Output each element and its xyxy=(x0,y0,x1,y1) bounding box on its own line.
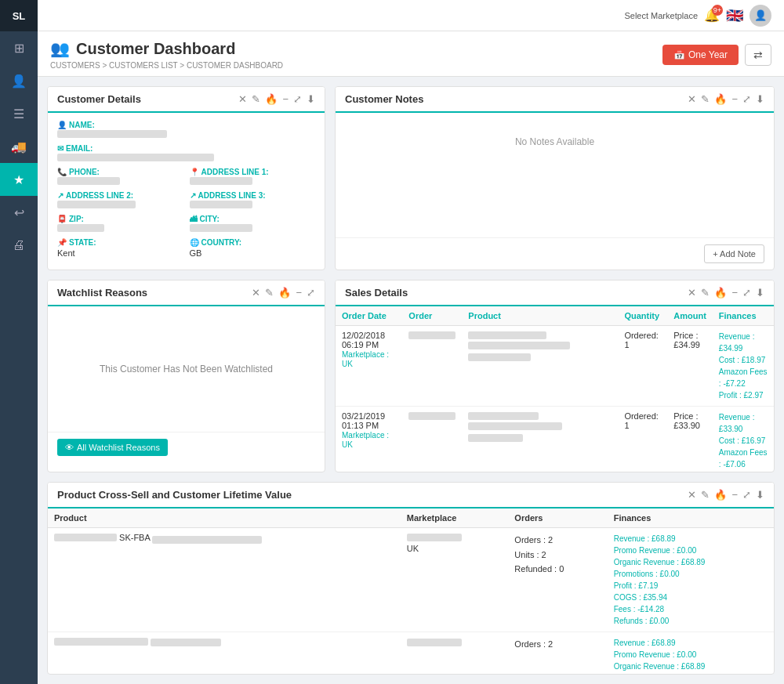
city-value xyxy=(190,224,252,232)
page-header: 👥 Customer Dashboard CUSTOMERS > CUSTOME… xyxy=(38,31,784,77)
fire-icon[interactable]: 🔥 xyxy=(278,287,291,299)
expand-icon[interactable]: ⤢ xyxy=(742,489,751,501)
download-icon[interactable]: ⬇ xyxy=(756,93,764,105)
watchlist-header: Watchlist Reasons ✕ ✎ 🔥 − ⤢ xyxy=(48,280,325,306)
notification-badge: 9+ xyxy=(712,5,723,16)
fire-icon[interactable]: 🔥 xyxy=(714,489,727,501)
customer-details-header: Customer Details ✕ ✎ 🔥 − ⤢ ⬇ xyxy=(48,87,325,113)
phone-value xyxy=(57,177,120,185)
email-value xyxy=(57,154,214,161)
add-note-button[interactable]: + Add Note xyxy=(704,244,764,263)
cs-row2-orders: Orders : 2 xyxy=(508,632,607,675)
cross-sell-header: Product Cross-Sell and Customer Lifetime… xyxy=(48,483,774,508)
customer-details-card: Customer Details ✕ ✎ 🔥 − ⤢ ⬇ 👤 NAM xyxy=(47,86,325,270)
main-area: Select Marketplace 🔔 9+ 🇬🇧 👤 👥 Customer … xyxy=(38,0,784,684)
topbar-right: Select Marketplace 🔔 9+ 🇬🇧 👤 xyxy=(624,5,771,27)
cross-sell-card: Product Cross-Sell and Customer Lifetime… xyxy=(47,482,775,675)
expand-icon[interactable]: ⤢ xyxy=(307,287,315,299)
close-icon[interactable]: ✕ xyxy=(238,93,247,105)
edit-icon[interactable]: ✎ xyxy=(701,93,710,105)
close-icon[interactable]: ✕ xyxy=(688,93,696,105)
phone-label: 📞 PHONE: xyxy=(57,168,183,176)
cs-row1-product: SK-FBA xyxy=(48,528,401,632)
fire-icon[interactable]: 🔥 xyxy=(265,93,278,105)
sidebar-item-watchlist[interactable]: ★ xyxy=(0,163,38,196)
email-field-group: ✉ EMAIL: xyxy=(57,144,315,165)
cs-row-2: Orders : 2 Revenue : £68.89 Promo Revenu… xyxy=(48,632,774,675)
one-year-button[interactable]: 📅 One Year xyxy=(662,45,739,65)
cs-row1-marketplace: UK xyxy=(401,528,509,632)
customer-fields-grid: 👤 NAME: ✉ EMAIL: xyxy=(57,121,315,259)
row1-date: 12/02/2018 06:19 PM Marketplace : UK xyxy=(336,326,402,407)
row2-quantity: Ordered: 1 xyxy=(618,407,667,473)
minus-icon[interactable]: − xyxy=(296,287,302,299)
person-icon: 👤 xyxy=(57,121,67,129)
cross-sell-actions: ✕ ✎ 🔥 − ⤢ ⬇ xyxy=(688,489,764,501)
close-icon[interactable]: ✕ xyxy=(688,287,696,299)
download-icon[interactable]: ⬇ xyxy=(756,489,764,501)
cs-col-finances: Finances xyxy=(608,508,774,528)
watchlist-card: Watchlist Reasons ✕ ✎ 🔥 − ⤢ This Custome… xyxy=(47,280,325,472)
all-watchlist-button[interactable]: 👁 All Watchlist Reasons xyxy=(57,439,168,456)
fire-icon[interactable]: 🔥 xyxy=(714,287,727,299)
sidebar-item-shipments[interactable]: 🚚 xyxy=(0,130,38,163)
cs-col-product: Product xyxy=(48,508,401,528)
cs-col-marketplace: Marketplace xyxy=(401,508,509,528)
no-notes-text: No Notes Available xyxy=(336,113,774,171)
expand-icon[interactable]: ⤢ xyxy=(742,93,751,105)
customer-notes-header: Customer Notes ✕ ✎ 🔥 − ⤢ ⬇ xyxy=(336,87,774,113)
customer-notes-actions: ✕ ✎ 🔥 − ⤢ ⬇ xyxy=(688,93,764,105)
minus-icon[interactable]: − xyxy=(282,93,289,105)
sidebar-item-dashboard[interactable]: ⊞ xyxy=(0,31,38,64)
watchlist-body: This Customer Has Not Been Watchlisted xyxy=(48,306,325,432)
page-title-text: Customer Dashboard xyxy=(76,40,235,58)
row2-date: 03/21/2019 01:13 PM Marketplace : UK xyxy=(336,407,402,473)
sales-details-actions: ✕ ✎ 🔥 − ⤢ ⬇ xyxy=(688,287,764,299)
download-icon[interactable]: ⬇ xyxy=(307,93,315,105)
row1-product xyxy=(462,326,618,407)
sidebar-item-print[interactable]: 🖨 xyxy=(0,229,38,262)
name-field-group: 👤 NAME: xyxy=(57,121,315,141)
calendar-icon: 📅 xyxy=(673,49,685,60)
zip-value xyxy=(57,224,104,232)
country-label: 🌐 COUNTRY: xyxy=(190,238,316,247)
expand-icon[interactable]: ⤢ xyxy=(742,287,751,299)
expand-icon[interactable]: ⤢ xyxy=(293,93,302,105)
fire-icon[interactable]: 🔥 xyxy=(714,93,727,105)
minus-icon[interactable]: − xyxy=(731,93,738,105)
row2-marketplace: Marketplace : UK xyxy=(342,431,389,449)
sidebar-item-customers[interactable]: 👤 xyxy=(0,64,38,97)
col-finances: Finances xyxy=(713,306,774,326)
minus-icon[interactable]: − xyxy=(731,489,738,501)
address1-label: 📍 ADDRESS LINE 1: xyxy=(190,168,316,176)
sidebar-item-returns[interactable]: ↩ xyxy=(0,196,38,229)
edit-icon[interactable]: ✎ xyxy=(252,93,260,105)
close-icon[interactable]: ✕ xyxy=(252,287,260,299)
edit-icon[interactable]: ✎ xyxy=(265,287,274,299)
edit-icon[interactable]: ✎ xyxy=(701,287,710,299)
sales-row-2: 03/21/2019 01:13 PM Marketplace : UK xyxy=(336,407,774,473)
watchlist-btn-label: All Watchlist Reasons xyxy=(77,443,160,452)
name-value xyxy=(57,130,167,138)
sidebar-item-orders[interactable]: ☰ xyxy=(0,97,38,130)
phone-field-group: 📞 PHONE: xyxy=(57,168,183,188)
minus-icon[interactable]: − xyxy=(731,287,738,299)
address1-field-group: 📍 ADDRESS LINE 1: xyxy=(190,168,316,188)
state-label: 📌 STATE: xyxy=(57,238,183,247)
user-avatar[interactable]: 👤 xyxy=(750,5,771,27)
download-icon[interactable]: ⬇ xyxy=(756,287,764,299)
customer-details-body: 👤 NAME: ✉ EMAIL: xyxy=(48,113,325,267)
row1-amount: Price : £34.99 xyxy=(667,326,713,407)
content-area: Customer Details ✕ ✎ 🔥 − ⤢ ⬇ 👤 NAM xyxy=(38,77,784,684)
cross-sell-table: Product Marketplace Orders Finances SK-F… xyxy=(48,508,774,675)
address2-value xyxy=(57,201,136,208)
marketplace-label[interactable]: Select Marketplace xyxy=(624,11,698,20)
address3-field-group: ↗ ADDRESS LINE 3: xyxy=(190,191,316,212)
address2-label: ↗ ADDRESS LINE 2: xyxy=(57,191,183,200)
close-icon[interactable]: ✕ xyxy=(688,489,696,501)
share-button[interactable]: ⇄ xyxy=(745,44,771,66)
address1-value xyxy=(190,177,252,185)
edit-icon[interactable]: ✎ xyxy=(701,489,710,501)
country-field-group: 🌐 COUNTRY: GB xyxy=(190,238,316,259)
row1-order xyxy=(402,326,462,407)
